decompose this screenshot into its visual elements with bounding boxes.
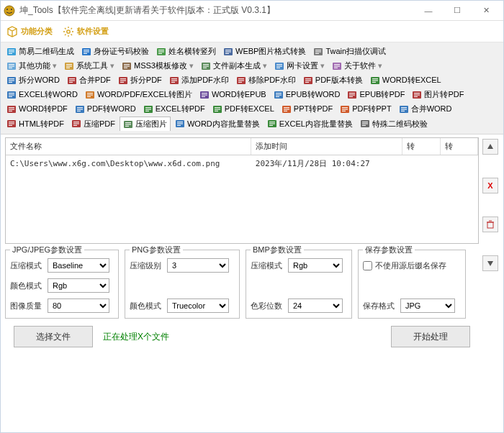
png-level-select[interactable]: 3 — [167, 258, 229, 273]
menu-category[interactable]: 功能分类 — [6, 26, 53, 37]
tool-PDF版本转换[interactable]: PDF版本转换 — [300, 73, 366, 87]
status-text: 正在处理X个文件 — [103, 331, 169, 343]
tool-label: 身份证号码校验 — [94, 46, 149, 57]
jpg-mode-select[interactable]: Baseline — [48, 258, 109, 273]
tool-添加PDF水印[interactable]: 添加PDF水印 — [166, 73, 232, 87]
file-icon — [169, 76, 179, 86]
tool-PDF转WORD[interactable]: PDF转WORD — [72, 102, 139, 116]
tool-EXCEL转WORD[interactable]: EXCEL转WORD — [4, 88, 81, 101]
jpg-quality-label: 图像质量 — [10, 301, 45, 311]
col-filename[interactable]: 文件名称 — [6, 138, 251, 155]
chevron-down-icon: ▾ — [378, 61, 382, 70]
maximize-button[interactable]: ☐ — [443, 1, 472, 20]
svg-rect-30 — [66, 65, 72, 66]
tool-简易二维码生成[interactable]: 简易二维码生成 — [4, 45, 77, 58]
tool-MSS3模板修改[interactable]: MSS3模板修改 ▾ — [119, 59, 197, 73]
tool-图片转PDF[interactable]: 图片转PDF — [409, 88, 467, 101]
tool-label: Twain扫描仪调试 — [325, 46, 386, 57]
tool-网卡设置[interactable]: 网卡设置 ▾ — [271, 59, 328, 73]
svg-rect-143 — [177, 125, 181, 126]
svg-rect-114 — [215, 109, 220, 109]
tool-特殊二维码校验[interactable]: 特殊二维码校验 — [357, 117, 431, 131]
svg-rect-73 — [372, 78, 378, 79]
file-icon — [370, 76, 380, 86]
tool-HTML转PDF[interactable]: HTML转PDF — [4, 117, 67, 131]
minimize-button[interactable]: — — [414, 1, 443, 20]
svg-rect-125 — [401, 107, 407, 108]
menu-settings[interactable]: 软件设置 — [63, 26, 109, 37]
tool-文件副本生成[interactable]: 文件副本生成 ▾ — [198, 59, 270, 73]
tool-label: PDF转EXCEL — [225, 104, 274, 114]
tool-合并WORD[interactable]: 合并WORD — [396, 102, 455, 116]
tool-压缩图片[interactable]: 压缩图片 — [120, 117, 171, 131]
tool-拆分WORD[interactable]: 拆分WORD — [4, 73, 63, 87]
chevron-down-icon: ▾ — [53, 61, 57, 70]
tool-label: EPUB转PDF — [359, 89, 405, 100]
col-c2[interactable]: 转 — [440, 138, 477, 155]
svg-rect-110 — [145, 109, 151, 109]
bmp-group: BMP参数设置 压缩模式 Rgb 色彩位数 24 — [246, 250, 352, 319]
bmp-mode-select[interactable]: Rgb — [288, 258, 343, 273]
tool-EPUB转PDF[interactable]: EPUB转PDF — [344, 88, 408, 101]
close-button[interactable]: ✕ — [472, 1, 500, 20]
tool-WORD/PDF/EXCEL转图片[interactable]: WORD/PDF/EXCEL转图片 — [82, 88, 195, 101]
file-icon — [236, 76, 246, 86]
side-down-button[interactable] — [482, 255, 498, 271]
table-row[interactable]: C:\Users\www.x6g.com\Desktop\www.x6d.com… — [6, 155, 478, 173]
tool-label: WORD转EXCEL — [382, 75, 441, 86]
tool-label: 添加PDF水印 — [181, 75, 229, 86]
tool-身份证号码校验[interactable]: 身份证号码校验 — [78, 45, 152, 58]
tool-WORD转EXCEL[interactable]: WORD转EXCEL — [367, 73, 444, 87]
svg-rect-51 — [9, 81, 12, 82]
tool-EXCEL转PDF[interactable]: EXCEL转PDF — [140, 102, 208, 116]
tool-拆分PDF[interactable]: 拆分PDF — [115, 73, 165, 87]
save-suffix-checkbox[interactable] — [363, 261, 372, 270]
tool-Twain扫描仪调试[interactable]: Twain扫描仪调试 — [310, 45, 389, 58]
jpg-color-select[interactable]: Rgb — [48, 278, 109, 293]
menu-category-label: 功能分类 — [21, 26, 53, 37]
tool-label: 合并WORD — [411, 104, 452, 114]
tool-label: 其他功能 — [19, 60, 50, 71]
file-icon — [274, 61, 284, 71]
side-up-button[interactable] — [482, 139, 498, 155]
tool-压缩PDF[interactable]: 压缩PDF — [68, 117, 118, 131]
tool-WORD内容批量替换[interactable]: WORD内容批量替换 — [172, 117, 263, 131]
save-format-select[interactable]: JPG — [400, 298, 455, 313]
tool-系统工具[interactable]: 系统工具 ▾ — [61, 59, 117, 73]
tool-其他功能[interactable]: 其他功能 ▾ — [4, 59, 60, 73]
svg-rect-37 — [203, 64, 209, 65]
side-trash-button[interactable] — [482, 216, 498, 232]
file-icon — [199, 90, 210, 100]
png-color-select[interactable]: Truecolor — [167, 298, 229, 313]
col-time[interactable]: 添加时间 — [251, 138, 402, 155]
tool-label: HTML转PDF — [19, 119, 64, 129]
tool-WORD转EPUB[interactable]: WORD转EPUB — [197, 88, 269, 101]
file-icon — [399, 104, 409, 114]
svg-rect-106 — [77, 109, 83, 109]
start-button[interactable]: 开始处理 — [391, 326, 470, 347]
file-icon — [274, 90, 284, 100]
tool-合并PDF[interactable]: 合并PDF — [64, 73, 114, 87]
tool-关于软件[interactable]: 关于软件 ▾ — [329, 59, 385, 73]
col-c1[interactable]: 转 — [402, 138, 440, 155]
svg-rect-55 — [69, 81, 73, 82]
svg-rect-23 — [315, 53, 319, 53]
tool-WEBP图片格式转换[interactable]: WEBP图片格式转换 — [220, 45, 309, 58]
tool-PDF转EXCEL[interactable]: PDF转EXCEL — [210, 102, 277, 116]
file-icon — [6, 47, 17, 57]
tool-WORD转PDF[interactable]: WORD转PDF — [4, 102, 71, 116]
side-delete-button[interactable]: X — [482, 178, 498, 193]
png-title: PNG参数设置 — [130, 245, 183, 255]
tool-EXCEL内容批量替换[interactable]: EXCEL内容批量替换 — [264, 117, 356, 131]
tool-PDF转PPT[interactable]: PDF转PPT — [337, 102, 394, 116]
tool-姓名横转竖列[interactable]: 姓名横转竖列 — [153, 45, 219, 58]
bmp-bits-select[interactable]: 24 — [288, 298, 343, 313]
chevron-down-icon: ▾ — [263, 61, 267, 70]
tool-PPT转PDF[interactable]: PPT转PDF — [279, 102, 336, 116]
jpg-quality-select[interactable]: 80 — [48, 298, 109, 313]
file-icon — [201, 61, 211, 71]
tool-移除PDF水印[interactable]: 移除PDF水印 — [233, 73, 299, 87]
svg-rect-85 — [202, 93, 207, 94]
tool-EPUB转WORD[interactable]: EPUB转WORD — [271, 88, 343, 101]
select-file-button[interactable]: 选择文件 — [14, 326, 93, 347]
